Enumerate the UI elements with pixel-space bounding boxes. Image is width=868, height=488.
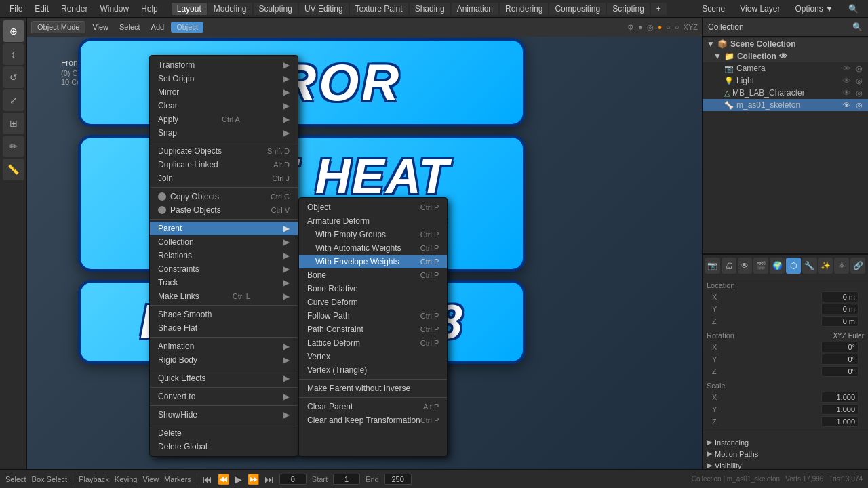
keying-label[interactable]: Keying [115,475,138,483]
object-menu-btn[interactable]: Object [171,22,203,33]
prop-output-btn[interactable]: 🖨 [722,258,736,274]
menu-apply[interactable]: ApplyCtrl A▶ [150,113,298,126]
gizmo-toggle[interactable]: XYZ [684,23,698,32]
viewport-xray-toggle[interactable]: ◎ [647,23,654,32]
camera-render-vis[interactable]: ◎ [856,64,863,73]
outliner-skeleton[interactable]: 🦴 m_as01_skeleton 👁 ◎ [703,99,868,111]
tab-add[interactable]: + [651,3,667,15]
view-label[interactable]: View [142,475,159,483]
sidebar-scale-tool[interactable]: ⤢ [3,89,24,111]
menu-relations[interactable]: Relations▶ [150,249,298,262]
tab-texture-paint[interactable]: Texture Paint [350,3,408,15]
menu-constraints[interactable]: Constraints▶ [150,262,298,276]
jump-start-btn[interactable]: ⏮ [203,474,212,485]
shading-render[interactable]: ○ [675,23,679,32]
menu-edit[interactable]: Edit [29,3,54,15]
view-menu[interactable]: View [88,22,113,33]
rot-y-input[interactable]: 0° [821,354,859,365]
prop-world-btn[interactable]: 🌍 [770,258,785,274]
menu-parent[interactable]: Parent▶ [150,222,298,235]
tab-uv-editing[interactable]: UV Editing [299,3,349,15]
menu-delete[interactable]: Delete [150,426,298,440]
mb-lab-render-vis[interactable]: ◎ [856,89,863,98]
prop-object-btn[interactable]: ⬡ [786,258,801,274]
menu-paste-objects[interactable]: Paste ObjectsCtrl V [150,203,298,217]
step-back-btn[interactable]: ⏪ [218,474,229,485]
rot-z-input[interactable]: 0° [821,366,859,377]
menu-quick-effects[interactable]: Quick Effects▶ [150,371,298,385]
tab-shading[interactable]: Shading [410,3,450,15]
submenu-path-constraint[interactable]: Path ConstraintCtrl P [299,323,447,336]
sidebar-cursor-tool[interactable]: ⊕ [3,20,24,42]
outliner-mb-lab[interactable]: △ MB_LAB_Character 👁 ◎ [703,87,868,99]
menu-collection[interactable]: Collection▶ [150,235,298,249]
markers-label[interactable]: Markers [164,475,191,483]
loc-z-input[interactable]: 0 m [821,316,859,327]
tab-rendering[interactable]: Rendering [500,3,548,15]
menu-help[interactable]: Help [136,3,163,15]
scale-x-input[interactable]: 1.000 [821,392,859,403]
prop-modifiers-btn[interactable]: 🔧 [802,258,817,274]
start-frame-input[interactable] [333,474,360,485]
menu-join[interactable]: JoinCtrl J [150,171,298,185]
submenu-clear-parent[interactable]: Clear ParentAlt P [299,400,447,413]
prop-physics-btn[interactable]: ⚛ [834,258,849,274]
skeleton-eye[interactable]: 👁 [843,101,850,109]
menu-rigid-body[interactable]: Rigid Body▶ [150,353,298,367]
viewport[interactable]: Object Mode View Select Add Object ⚙ ● ◎… [27,18,702,469]
visibility-section[interactable]: ▶ Visibility [707,461,864,469]
camera-eye[interactable]: 👁 [843,64,850,73]
tab-animation[interactable]: Animation [452,3,498,15]
prop-scene-btn[interactable]: 🎬 [753,258,768,274]
menu-shade-smooth[interactable]: Shade Smooth [150,308,298,321]
prop-particles-btn[interactable]: ✨ [818,258,833,274]
skeleton-render-vis[interactable]: ◎ [856,101,863,110]
viewport-overlay-toggle[interactable]: ● [638,23,643,32]
menu-transform[interactable]: Transform▶ [150,58,298,72]
motion-paths-section[interactable]: ▶ Motion Paths [707,449,864,458]
tab-scripting[interactable]: Scripting [607,3,650,15]
menu-track[interactable]: Track▶ [150,276,298,289]
menu-clear[interactable]: Clear▶ [150,99,298,113]
collection-eye[interactable]: 👁 [779,52,787,61]
tab-layout[interactable]: Layout [172,3,207,15]
sidebar-transform-tool[interactable]: ⊞ [3,113,24,134]
jump-end-btn[interactable]: ⏭ [264,474,274,485]
prop-constraints-btn[interactable]: 🔗 [850,258,865,274]
submenu-bone[interactable]: BoneCtrl P [299,268,447,282]
current-frame-input[interactable] [279,474,307,485]
submenu-make-parent-no-inverse[interactable]: Make Parent without Inverse [299,382,447,395]
outliner-light[interactable]: 💡 Light 👁 ◎ [703,75,868,87]
submenu-bone-relative[interactable]: Bone Relative [299,282,447,296]
menu-render[interactable]: Render [56,3,93,15]
menu-snap[interactable]: Snap▶ [150,126,298,140]
menu-set-origin[interactable]: Set Origin▶ [150,72,298,85]
outliner-collection-header[interactable]: ▼ 📦 Scene Collection [703,38,868,50]
outliner-collection[interactable]: ▼ 📁 Collection 👁 [703,50,868,62]
playback-label[interactable]: Playback [79,475,109,483]
prop-render-btn[interactable]: 📷 [705,258,720,274]
menu-shade-flat[interactable]: Shade Flat [150,321,298,335]
viewport-settings[interactable]: ⚙ [627,23,634,32]
shading-material[interactable]: ○ [666,23,671,32]
submenu-follow-path[interactable]: Follow PathCtrl P [299,309,447,323]
scale-z-input[interactable]: 1.000 [821,416,859,427]
menu-duplicate-linked[interactable]: Duplicate LinkedAlt D [150,158,298,171]
tab-compositing[interactable]: Compositing [549,3,606,15]
step-forward-btn[interactable]: ⏩ [248,474,259,485]
outliner-camera[interactable]: 📷 Camera 👁 ◎ [703,62,868,75]
submenu-curve-deform[interactable]: Curve Deform [299,296,447,309]
light-render-vis[interactable]: ◎ [856,77,863,85]
submenu-with-empty-groups[interactable]: With Empty GroupsCtrl P [299,228,447,241]
add-menu[interactable]: Add [147,22,169,33]
shading-solid[interactable]: ● [658,23,663,32]
scale-y-input[interactable]: 1.000 [821,404,859,415]
box-select-label[interactable]: Box Select [32,475,68,483]
loc-x-input[interactable]: 0 m [821,291,859,302]
outliner-filter[interactable]: 🔍 [852,22,863,32]
view-layer-selector[interactable]: View Layer [734,3,785,15]
object-mode-btn[interactable]: Object Mode [31,21,85,33]
menu-delete-global[interactable]: Delete Global [150,440,298,453]
submenu-vertex[interactable]: Vertex [299,350,447,363]
instancing-section[interactable]: ▶ Instancing [707,438,864,447]
